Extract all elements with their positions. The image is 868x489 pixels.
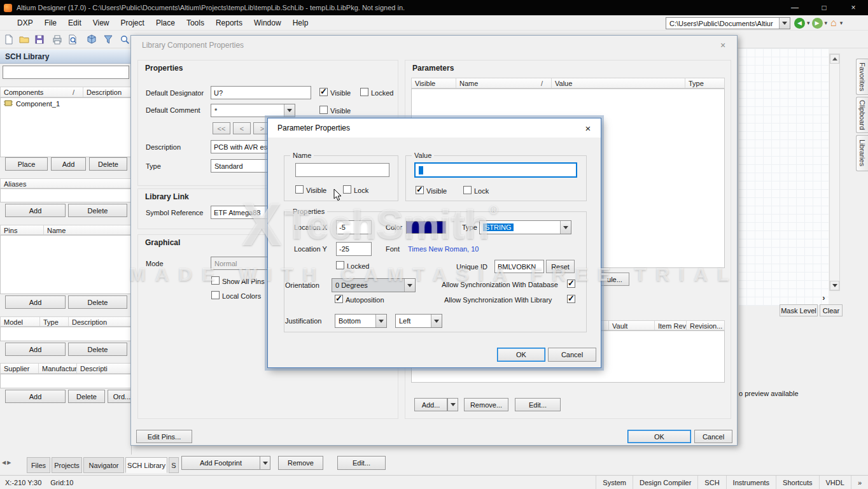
back-dropdown-icon[interactable]: ▾ [805,20,812,26]
scroll-down-icon[interactable] [830,281,839,290]
save-icon[interactable] [33,33,46,46]
location-x-input[interactable] [336,220,372,234]
delete-alias-button[interactable]: Delete [68,204,127,217]
close-icon[interactable]: × [580,121,596,135]
back-icon[interactable]: ◀ [794,18,805,29]
tab-schlib-clipped[interactable]: S [169,457,179,473]
cancel-button[interactable]: Cancel [694,430,732,443]
local-colors-checkbox[interactable] [211,291,220,299]
mask-level-button[interactable]: Mask Level [780,304,818,316]
menu-window[interactable]: Window [248,15,287,31]
delete-model-button[interactable]: Delete [68,343,127,356]
designator-locked-checkbox[interactable] [360,88,368,96]
default-designator-input[interactable] [211,86,311,99]
value-visible-checkbox[interactable] [416,186,424,194]
menu-tools[interactable]: Tools [181,15,210,31]
list-item[interactable]: Component_1 [1,98,131,109]
maximize-button[interactable]: □ [809,0,839,15]
locked-checkbox[interactable] [336,261,344,269]
add-alias-button[interactable]: Add [5,204,66,217]
parameter-name-input[interactable] [295,163,389,177]
add-model-button[interactable]: Add... [414,398,447,411]
status-vhdl[interactable]: VHDL [819,476,851,489]
minimize-button[interactable]: — [780,0,809,15]
unique-id-input[interactable] [494,260,544,273]
menu-file[interactable]: File [39,15,62,31]
font-link[interactable]: Times New Roman, 10 [408,245,479,253]
first-component-button[interactable]: << [213,122,230,134]
scroll-up-icon[interactable] [830,54,839,64]
menu-help[interactable]: Help [287,15,314,31]
new-document-icon[interactable] [3,33,15,46]
add-pin-button[interactable]: Add [5,295,66,309]
remove-footprint-button[interactable]: Remove [278,456,323,470]
pins-header[interactable]: Pins Name [0,225,132,235]
aliases-list[interactable] [0,188,132,202]
menu-project[interactable]: Project [115,15,150,31]
parameter-value-input[interactable] [414,162,577,178]
status-more-icon[interactable]: » [851,476,868,489]
component-filter-input[interactable] [3,66,129,79]
sync-database-checkbox[interactable] [567,280,575,288]
schematic-editor-canvas[interactable] [738,48,829,306]
orientation-dropdown-icon[interactable] [404,279,415,292]
zoom-icon[interactable] [118,33,131,46]
place-button[interactable]: Place [5,157,48,171]
menu-dxp[interactable]: DXP [11,15,39,31]
designator-visible-checkbox[interactable] [319,88,328,96]
add-component-button[interactable]: Add [51,157,86,171]
color-swatch[interactable] [406,221,446,234]
edit-model-button[interactable]: Edit... [515,398,561,411]
add-supplier-button[interactable]: Add [5,390,66,403]
order-button[interactable]: Ord... [108,390,132,403]
clear-button[interactable]: Clear [820,304,843,316]
tab-scroll-right-icon[interactable]: ▶ [7,460,11,465]
name-lock-checkbox[interactable] [343,185,351,194]
justification-vertical-combo[interactable]: Bottom [335,314,387,328]
add-model-dropdown-icon[interactable] [447,398,458,411]
filter-icon[interactable] [102,33,115,46]
location-y-input[interactable] [336,242,372,256]
path-dropdown-icon[interactable] [779,18,790,29]
ok-button[interactable]: OK [627,430,691,443]
tab-files[interactable]: Files [27,457,50,473]
menu-place[interactable]: Place [150,15,181,31]
tab-scroll-left-icon[interactable]: ◀ [2,460,6,465]
add-footprint-button[interactable]: Add Footprint [181,456,260,470]
comment-dropdown-icon[interactable] [284,104,295,117]
forward-dropdown-icon[interactable]: ▾ [823,20,830,26]
sync-library-checkbox[interactable] [567,295,575,303]
param-type-combo[interactable]: STRING [479,220,571,234]
remove-model-button[interactable]: Remove... [464,398,508,411]
value-lock-checkbox[interactable] [463,186,472,194]
panel-expand-icon[interactable]: › [819,292,829,303]
editor-vertical-scrollbar[interactable] [829,53,840,291]
menu-reports[interactable]: Reports [210,15,248,31]
forward-icon[interactable]: ▶ [812,18,823,29]
add-model-button[interactable]: Add [5,343,66,356]
tab-navigator[interactable]: Navigator [83,457,124,473]
tab-libraries[interactable]: Libraries [856,135,868,171]
menu-view[interactable]: View [87,15,115,31]
orientation-combo[interactable]: 0 Degrees [332,278,416,292]
justification-horizontal-combo[interactable]: Left [395,314,442,328]
3d-view-icon[interactable] [85,33,98,46]
status-system[interactable]: System [596,476,633,489]
reset-button[interactable]: Reset [546,260,575,273]
open-folder-icon[interactable] [18,33,31,46]
status-shortcuts[interactable]: Shortcuts [776,476,818,489]
status-instruments[interactable]: Instruments [726,476,776,489]
tab-favorites[interactable]: Favorites [856,59,868,95]
edit-pins-button[interactable]: Edit Pins... [136,430,192,443]
parameters-table-header[interactable]: Visible Name/ Value Type [411,78,725,89]
add-as-rule-button[interactable]: ule... [600,273,629,286]
cancel-button[interactable]: Cancel [548,348,596,362]
print-icon[interactable] [51,33,64,46]
delete-supplier-button[interactable]: Delete [68,390,105,403]
model-header[interactable]: Model Type Description [0,316,132,327]
tab-clipboard[interactable]: Clipboard [856,97,868,133]
home-icon[interactable]: ⌂ [829,17,838,29]
model-list[interactable] [0,327,132,341]
home-dropdown-icon[interactable]: ▾ [838,20,845,26]
add-footprint-dropdown-icon[interactable] [260,456,270,470]
